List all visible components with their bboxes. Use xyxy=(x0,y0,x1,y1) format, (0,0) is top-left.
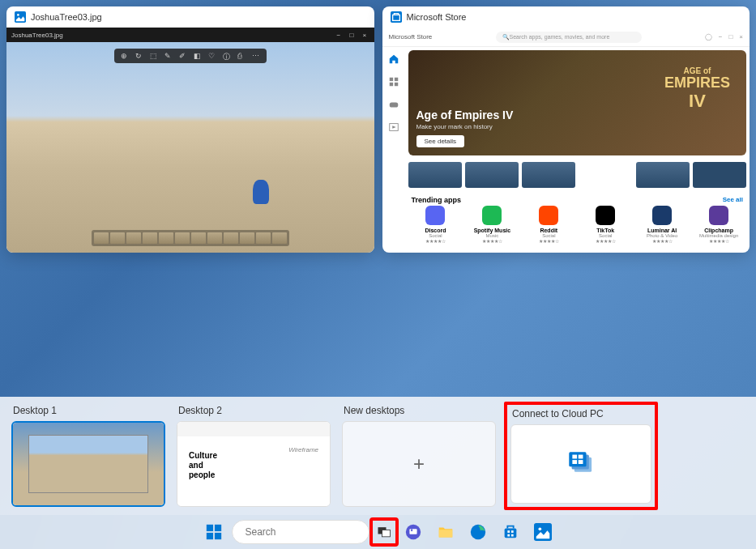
app-icon xyxy=(425,206,445,225)
store-app-icon xyxy=(391,11,402,23)
app-card[interactable]: TikTok Social ★★★★☆ xyxy=(579,206,631,244)
more-icon[interactable]: ⋯ xyxy=(252,52,260,60)
featured-tile[interactable] xyxy=(465,162,519,188)
svg-rect-4 xyxy=(389,78,392,81)
new-desktop: New desktops+ xyxy=(342,405,496,507)
nav-home[interactable] xyxy=(387,53,400,66)
draw-icon[interactable]: ✐ xyxy=(179,52,187,60)
store-main: Age of Empires IV Make your mark on hist… xyxy=(405,47,750,253)
info-icon[interactable]: ⓘ xyxy=(223,52,231,60)
svg-rect-26 xyxy=(409,529,416,534)
virtual-desktop: Desktop 1 xyxy=(11,405,165,507)
close-icon[interactable]: × xyxy=(363,32,369,38)
app-name: Spotify Music xyxy=(466,228,518,233)
chat-button[interactable] xyxy=(399,517,428,547)
app-card[interactable]: Discord Social ★★★★☆ xyxy=(410,206,462,244)
maximize-icon[interactable]: □ xyxy=(350,32,357,38)
window-photos[interactable]: JoshuaTree03.jpg JoshuaTree03.jpg − □ × … xyxy=(6,6,374,253)
app-name: Discord xyxy=(410,228,462,233)
app-rating: ★★★★☆ xyxy=(579,238,631,244)
svg-rect-33 xyxy=(507,534,510,537)
store-search[interactable]: 🔍 Search apps, games, movies, and more xyxy=(496,32,642,43)
app-card[interactable]: Clipchamp Multimedia design ★★★★☆ xyxy=(693,206,745,244)
svg-point-1 xyxy=(17,14,19,16)
featured-tile[interactable] xyxy=(579,162,632,188)
desktop-thumbnail[interactable] xyxy=(510,424,651,504)
see-all-link[interactable]: See all xyxy=(723,196,743,204)
minimize-icon[interactable]: − xyxy=(719,33,723,40)
nav-movies[interactable] xyxy=(387,121,400,134)
desktop-label: New desktops xyxy=(342,405,496,416)
featured-tile[interactable] xyxy=(693,162,746,188)
svg-rect-12 xyxy=(569,452,586,466)
taskbar-search[interactable] xyxy=(232,520,369,544)
edge-button[interactable] xyxy=(463,517,493,547)
minimize-icon[interactable]: − xyxy=(337,32,344,38)
app-rating: ★★★★☆ xyxy=(636,238,688,244)
user-icon[interactable]: ◯ xyxy=(705,33,712,40)
maximize-icon[interactable]: □ xyxy=(728,33,733,40)
store-hero[interactable]: Age of Empires IV Make your mark on hist… xyxy=(408,50,747,155)
search-input[interactable] xyxy=(246,526,367,538)
window-title-text: JoshuaTree03.jpg xyxy=(31,12,102,22)
app-icon xyxy=(482,206,502,225)
hero-details-button[interactable]: See details xyxy=(416,135,465,147)
connect-cloud-pc: Connect to Cloud PC xyxy=(504,402,658,510)
app-rating: ★★★★☆ xyxy=(693,238,745,244)
cloud-pc-icon xyxy=(565,449,597,479)
store-button[interactable] xyxy=(496,517,525,547)
svg-rect-28 xyxy=(438,530,452,537)
featured-tile[interactable] xyxy=(636,162,690,188)
close-icon[interactable]: × xyxy=(739,33,743,40)
window-store[interactable]: Microsoft Store Microsoft Store 🔍 Search… xyxy=(382,6,750,253)
desktop-thumbnail[interactable]: WireframeCultureandpeople xyxy=(177,421,331,507)
featured-tile[interactable] xyxy=(408,162,462,188)
svg-rect-16 xyxy=(579,460,583,464)
store-sidebar xyxy=(382,47,405,253)
filmstrip[interactable] xyxy=(92,230,289,246)
window-title-bar: Microsoft Store xyxy=(382,6,750,28)
svg-rect-34 xyxy=(510,534,513,537)
nav-apps[interactable] xyxy=(387,76,400,89)
hero-logo: AGE of EMPIRES IV xyxy=(664,66,730,111)
app-name: TikTok xyxy=(579,228,631,233)
print-icon[interactable]: ⎙ xyxy=(237,52,246,60)
app-card[interactable]: Reddit Social ★★★★☆ xyxy=(523,206,574,244)
window-title-text: Microsoft Store xyxy=(407,12,467,22)
favorite-icon[interactable]: ♡ xyxy=(208,52,216,60)
svg-rect-13 xyxy=(572,455,577,459)
svg-rect-17 xyxy=(206,525,212,531)
desktop-thumbnail[interactable]: + xyxy=(342,421,496,507)
hero-subtitle: Make your mark on history xyxy=(416,123,514,130)
photos-button[interactable] xyxy=(528,517,557,547)
app-card[interactable]: Spotify Music Music ★★★★☆ xyxy=(466,206,518,244)
photo-subject xyxy=(253,180,269,204)
nav-gaming[interactable] xyxy=(387,99,400,112)
app-card[interactable]: Luminar AI Photo & Video ★★★★☆ xyxy=(636,206,688,244)
start-button[interactable] xyxy=(199,517,229,547)
zoom-icon[interactable]: ⊕ xyxy=(121,52,129,60)
app-rating: ★★★★☆ xyxy=(466,238,518,244)
app-icon xyxy=(539,206,558,225)
desktop-label: Desktop 2 xyxy=(177,405,331,416)
photos-toolbar: ⊕ ↻ ⬚ ✎ ✐ ◧ ♡ ⓘ ⎙ ⋯ xyxy=(114,49,267,63)
desktop-thumbnail[interactable] xyxy=(11,421,165,507)
virtual-desktops-strip: Desktop 1Desktop 2WireframeCultureandpeo… xyxy=(0,397,756,515)
edit-icon[interactable]: ✎ xyxy=(164,52,173,60)
section-title: Trending apps xyxy=(412,196,462,204)
crop-icon[interactable]: ⬚ xyxy=(150,52,158,60)
desktop-label: Connect to Cloud PC xyxy=(510,408,651,419)
file-explorer-button[interactable] xyxy=(431,517,460,547)
svg-rect-8 xyxy=(389,102,398,107)
taskbar xyxy=(0,515,756,549)
svg-point-36 xyxy=(538,528,541,531)
photo-viewport: ⊕ ↻ ⬚ ✎ ✐ ◧ ♡ ⓘ ⎙ ⋯ xyxy=(6,42,374,253)
svg-rect-30 xyxy=(504,528,516,538)
rotate-icon[interactable]: ↻ xyxy=(135,52,143,60)
svg-rect-14 xyxy=(579,455,583,459)
featured-tile[interactable] xyxy=(522,162,575,188)
svg-rect-19 xyxy=(206,533,212,539)
task-view-button[interactable] xyxy=(369,517,399,547)
effects-icon[interactable]: ◧ xyxy=(194,52,202,60)
app-icon xyxy=(596,206,615,225)
